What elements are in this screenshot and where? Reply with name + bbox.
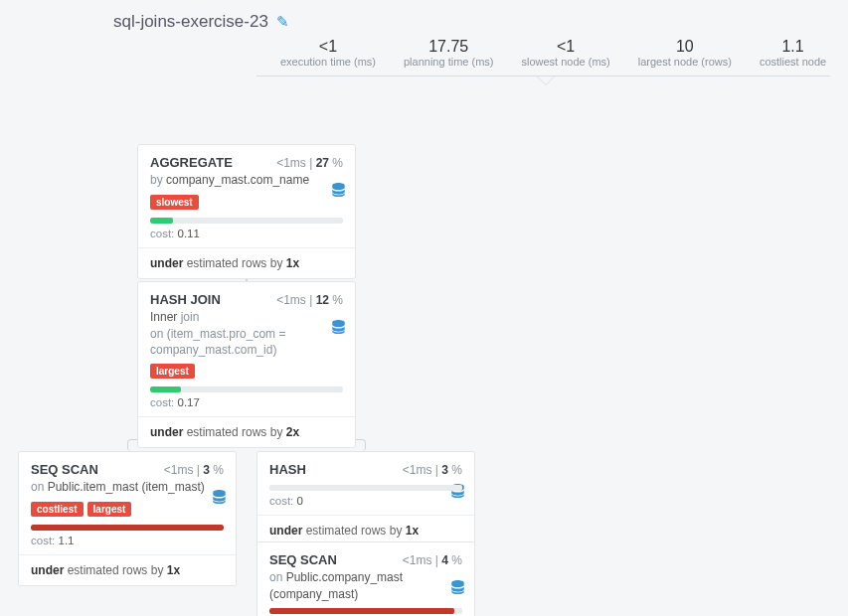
stat-value: 10 [638,38,732,56]
stat-value: 1.1 [760,38,826,56]
close-icon[interactable]: ✕ [840,38,848,64]
node-footer: under estimated rows by 2x [138,416,355,447]
stats-bar: <1 execution time (ms) 17.75 planning ti… [256,38,830,77]
stat-value: <1 [280,38,376,56]
page-title: sql-joins-exercise-23 [113,12,268,32]
duration-bar [150,218,343,224]
node-subtitle: on Public.company_mast (company_mast) [269,569,462,601]
duration-bar [150,386,343,392]
node-title: HASH JOIN [150,292,221,307]
node-time: <1ms | 3 % [403,463,462,477]
node-title: AGGREGATE [150,155,233,170]
database-icon [451,580,464,597]
edit-icon[interactable]: ✎ [276,13,289,31]
node-subtitle: Inner joinon (item_mast.pro_com = compan… [150,309,343,358]
stat-label: execution time (ms) [280,56,376,68]
tag-largest: largest [87,502,132,517]
node-subtitle: by company_mast.com_name [150,172,343,188]
stat-execution-time: <1 execution time (ms) [266,38,390,68]
stat-slowest-node: <1 slowest node (ms) [507,38,623,68]
stat-label: slowest node (ms) [521,56,609,68]
node-time: <1ms | 4 % [403,553,462,567]
node-seq-scan-company-mast[interactable]: SEQ SCAN <1ms | 4 % on Public.company_ma… [256,541,475,616]
duration-bar [31,525,224,531]
node-cost: cost: 0.11 [150,228,343,239]
node-seq-scan-item-mast[interactable]: SEQ SCAN <1ms | 3 % on Public.item_mast … [18,451,237,585]
node-title: SEQ SCAN [31,462,98,477]
node-time: <1ms | 3 % [164,463,224,477]
tag-costliest: costliest [31,502,84,517]
stat-value: <1 [521,38,609,56]
node-cost: cost: 0 [269,495,462,507]
node-title: SEQ SCAN [269,552,337,567]
duration-bar [269,608,462,614]
stat-label: largest node (rows) [638,56,732,68]
stat-label: costliest node [760,56,826,68]
stat-value: 17.75 [404,38,493,56]
tag-largest: largest [150,364,195,379]
stat-largest-node: 10 largest node (rows) [624,38,746,68]
database-icon [332,320,345,337]
plan-canvas: AGGREGATE <1ms | 27 % by company_mast.co… [18,77,830,613]
tag-slowest: slowest [150,195,199,210]
node-aggregate[interactable]: AGGREGATE <1ms | 27 % by company_mast.co… [137,144,356,278]
node-footer: under estimated rows by 1x [19,554,236,585]
database-icon [332,183,345,200]
node-subtitle: on Public.item_mast (item_mast) [31,479,224,495]
duration-bar [269,485,462,491]
stat-label: planning time (ms) [404,56,493,68]
node-time: <1ms | 12 % [276,293,343,307]
stat-costliest-node: 1.1 costliest node [746,38,840,68]
node-time: <1ms | 27 % [276,156,343,170]
node-hash[interactable]: HASH <1ms | 3 % cost: 0 under estimated … [256,451,475,546]
node-footer: under estimated rows by 1x [138,247,355,278]
database-icon [213,490,226,507]
node-cost: cost: 1.1 [31,535,224,546]
node-cost: cost: 0.17 [150,396,343,408]
stat-planning-time: 17.75 planning time (ms) [390,38,507,68]
page-title-row: sql-joins-exercise-23 ✎ [113,12,830,32]
node-hash-join[interactable]: HASH JOIN <1ms | 12 % Inner joinon (item… [137,281,356,448]
node-title: HASH [269,462,306,477]
